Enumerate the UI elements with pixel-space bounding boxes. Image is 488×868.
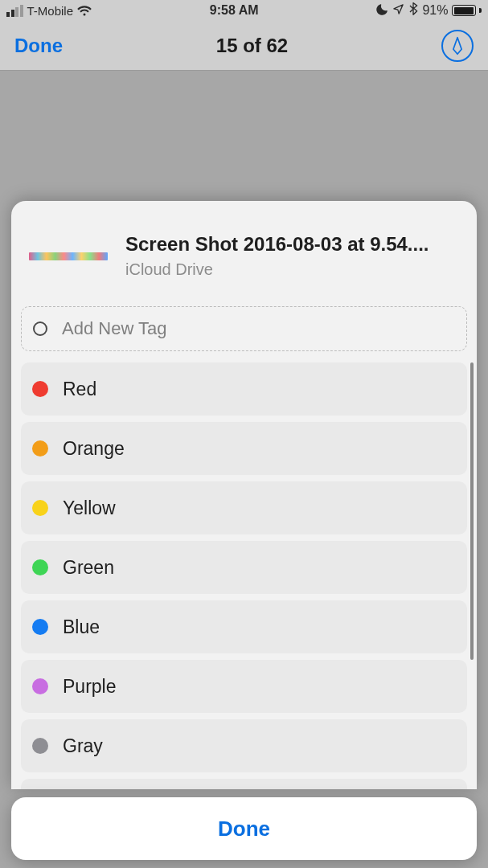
- tag-name: Orange: [63, 438, 125, 460]
- sheet-done-label: Done: [218, 817, 270, 841]
- tag-color-dot: [32, 619, 48, 635]
- empty-tag-circle-icon: [33, 321, 47, 336]
- tag-name: Yellow: [63, 497, 116, 519]
- battery-icon: [452, 5, 482, 16]
- tag-color-dot: [32, 738, 48, 754]
- nav-bar: Done 15 of 62: [0, 21, 488, 71]
- wifi-icon: [77, 5, 92, 16]
- tag-color-dot: [32, 559, 48, 575]
- sheet-header: Screen Shot 2016-08-03 at 9.54.... iClou…: [11, 201, 477, 306]
- file-title: Screen Shot 2016-08-03 at 9.54....: [125, 233, 429, 256]
- tag-list: RedOrangeYellowGreenBluePurpleGrayWork: [21, 362, 467, 789]
- status-bar: T-Mobile 9:58 AM 91%: [0, 0, 488, 21]
- moon-icon: [376, 3, 388, 18]
- file-location: iCloud Drive: [125, 260, 429, 279]
- location-icon: [392, 3, 404, 18]
- add-new-tag-row[interactable]: Add New Tag: [21, 306, 467, 351]
- page-counter: 15 of 62: [216, 35, 288, 57]
- scroll-indicator[interactable]: [470, 362, 474, 660]
- tag-name: Green: [63, 557, 114, 579]
- tag-row[interactable]: Gray: [21, 719, 467, 772]
- sheet-done-button[interactable]: Done: [11, 797, 477, 860]
- tag-color-dot: [32, 678, 48, 694]
- tag-color-dot: [32, 381, 48, 397]
- tag-row[interactable]: Green: [21, 541, 467, 594]
- tag-name: Gray: [63, 735, 103, 757]
- tag-sheet: Screen Shot 2016-08-03 at 9.54.... iClou…: [11, 201, 477, 789]
- add-new-tag-label: Add New Tag: [62, 318, 166, 339]
- tag-row[interactable]: Purple: [21, 660, 467, 713]
- tag-row[interactable]: Red: [21, 362, 467, 416]
- battery-percent: 91%: [422, 3, 448, 18]
- tag-row[interactable]: Yellow: [21, 481, 467, 534]
- tag-row[interactable]: Work: [21, 779, 467, 789]
- tag-name: Purple: [63, 676, 116, 698]
- tag-row[interactable]: Blue: [21, 600, 467, 653]
- tag-row[interactable]: Orange: [21, 422, 467, 475]
- carrier-label: T-Mobile: [27, 4, 74, 18]
- tag-color-dot: [32, 440, 48, 457]
- clock: 9:58 AM: [210, 3, 259, 18]
- markup-pen-icon: [449, 36, 466, 55]
- tag-name: Red: [63, 379, 96, 400]
- tag-name: Blue: [63, 616, 100, 638]
- bluetooth-icon: [408, 2, 418, 18]
- tag-color-dot: [32, 500, 48, 516]
- cellular-signal-icon: [6, 5, 23, 17]
- markup-button[interactable]: [441, 30, 474, 62]
- nav-done-button[interactable]: Done: [14, 35, 63, 57]
- file-thumbnail: [29, 252, 108, 260]
